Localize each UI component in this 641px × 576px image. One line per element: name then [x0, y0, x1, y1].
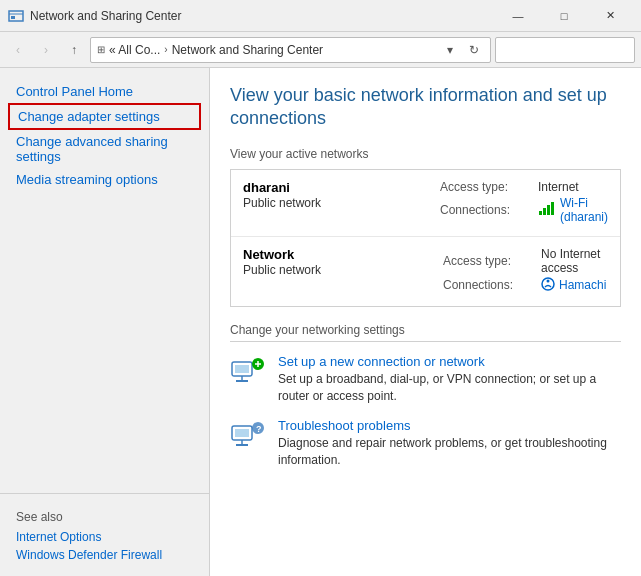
setting-item-new-connection: Set up a new connection or network Set u…: [230, 354, 621, 405]
hamachi-icon: [541, 277, 555, 294]
active-networks-label: View your active networks: [230, 147, 621, 161]
hamachi-link-text: Hamachi: [559, 278, 606, 292]
access-type-value-dharani: Internet: [538, 180, 579, 194]
troubleshoot-link[interactable]: Troubleshoot problems: [278, 418, 621, 433]
troubleshoot-icon: ?: [230, 418, 266, 454]
page-title: View your basic network information and …: [230, 84, 621, 131]
svg-text:?: ?: [256, 424, 262, 434]
svg-rect-17: [235, 429, 249, 437]
access-type-label-dharani: Access type:: [440, 180, 530, 194]
svg-point-8: [547, 279, 550, 282]
sidebar-item-windows-firewall[interactable]: Windows Defender Firewall: [0, 546, 209, 564]
network-name-col-dharani: dharani Public network: [243, 180, 440, 210]
forward-button[interactable]: ›: [34, 38, 58, 62]
sidebar: Control Panel Home Change adapter settin…: [0, 68, 210, 576]
refresh-button[interactable]: ↻: [464, 40, 484, 60]
troubleshoot-desc: Diagnose and repair network problems, or…: [278, 435, 621, 469]
sidebar-item-change-advanced-sharing[interactable]: Change advanced sharing settings: [0, 130, 209, 168]
svg-rect-2: [11, 16, 15, 19]
see-also-label: See also: [0, 506, 209, 528]
address-dropdown-button[interactable]: ▾: [440, 40, 460, 60]
new-connection-icon: [230, 354, 266, 390]
sidebar-item-control-panel-home[interactable]: Control Panel Home: [0, 80, 209, 103]
search-box[interactable]: 🔍: [495, 37, 635, 63]
network-name-dharani: dharani: [243, 180, 440, 195]
breadcrumb-all: « All Co...: [109, 43, 160, 57]
svg-rect-4: [543, 208, 546, 215]
svg-rect-10: [235, 365, 249, 373]
wifi-link-text: Wi-Fi (dharani): [560, 196, 608, 224]
search-input[interactable]: [502, 43, 641, 57]
connections-value-network[interactable]: Hamachi: [541, 277, 606, 294]
connections-row-dharani: Connections: Wi-Fi (dharani): [440, 196, 608, 224]
content-area: View your basic network information and …: [210, 68, 641, 576]
svg-rect-12: [236, 380, 248, 382]
back-button[interactable]: ‹: [6, 38, 30, 62]
up-button[interactable]: ↑: [62, 38, 86, 62]
network-row-network: Network Public network Access type: No I…: [231, 237, 620, 306]
access-type-row-network: Access type: No Internet access: [443, 247, 608, 275]
wifi-icon: [538, 202, 556, 218]
setting-item-troubleshoot: ? Troubleshoot problems Diagnose and rep…: [230, 418, 621, 469]
window-icon: [8, 8, 24, 24]
minimize-button[interactable]: —: [495, 0, 541, 32]
access-type-label-network: Access type:: [443, 254, 533, 268]
svg-rect-19: [236, 444, 248, 446]
close-button[interactable]: ✕: [587, 0, 633, 32]
address-input[interactable]: ⊞ « All Co... › Network and Sharing Cent…: [90, 37, 491, 63]
network-type-dharani: Public network: [243, 196, 321, 210]
connections-label-dharani: Connections:: [440, 203, 530, 217]
setting-text-troubleshoot: Troubleshoot problems Diagnose and repai…: [278, 418, 621, 469]
window-controls: — □ ✕: [495, 0, 633, 32]
sidebar-item-internet-options[interactable]: Internet Options: [0, 528, 209, 546]
sidebar-item-change-adapter-settings[interactable]: Change adapter settings: [8, 103, 201, 130]
title-bar: Network and Sharing Center — □ ✕: [0, 0, 641, 32]
sidebar-item-media-streaming[interactable]: Media streaming options: [0, 168, 209, 191]
svg-rect-6: [551, 202, 554, 215]
sidebar-see-also: See also Internet Options Windows Defend…: [0, 493, 209, 564]
main-container: Control Panel Home Change adapter settin…: [0, 68, 641, 576]
active-networks-panel: dharani Public network Access type: Inte…: [230, 169, 621, 307]
svg-rect-3: [539, 211, 542, 215]
network-info-col-dharani: Access type: Internet Connections:: [440, 180, 608, 226]
breadcrumb-current: Network and Sharing Center: [172, 43, 323, 57]
breadcrumb-separator: ›: [164, 44, 167, 55]
address-bar: ‹ › ↑ ⊞ « All Co... › Network and Sharin…: [0, 32, 641, 68]
connections-row-network: Connections: Hamachi: [443, 277, 608, 294]
maximize-button[interactable]: □: [541, 0, 587, 32]
connections-value-dharani[interactable]: Wi-Fi (dharani): [538, 196, 608, 224]
network-type-network: Public network: [243, 263, 321, 277]
network-name-col-network: Network Public network: [243, 247, 443, 277]
access-type-value-network: No Internet access: [541, 247, 608, 275]
network-name-network: Network: [243, 247, 443, 262]
access-type-row-dharani: Access type: Internet: [440, 180, 608, 194]
svg-rect-5: [547, 205, 550, 215]
breadcrumb-icon: ⊞: [97, 44, 105, 55]
setting-text-new-connection: Set up a new connection or network Set u…: [278, 354, 621, 405]
connections-label-network: Connections:: [443, 278, 533, 292]
networking-settings-label: Change your networking settings: [230, 323, 621, 342]
network-info-col-network: Access type: No Internet access Connecti…: [443, 247, 608, 296]
new-connection-desc: Set up a broadband, dial-up, or VPN conn…: [278, 371, 621, 405]
new-connection-link[interactable]: Set up a new connection or network: [278, 354, 621, 369]
window-title: Network and Sharing Center: [30, 9, 495, 23]
network-row-dharani: dharani Public network Access type: Inte…: [231, 170, 620, 237]
breadcrumb: « All Co... › Network and Sharing Center: [109, 43, 436, 57]
